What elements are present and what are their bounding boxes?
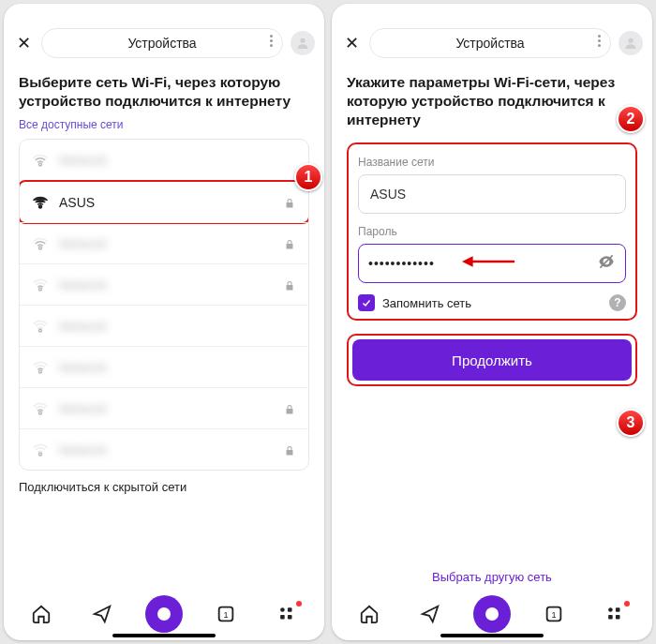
network-row[interactable]: Network [20,428,308,470]
hidden-network-link[interactable]: Подключиться к скрытой сети [19,471,309,494]
page-title: Устройства [41,28,283,58]
svg-rect-6 [288,615,292,620]
home-icon[interactable] [352,597,386,631]
tabs-icon[interactable]: 1 [537,597,571,631]
network-name: ASUS [59,195,275,210]
continue-highlight: Продолжить [347,334,637,386]
tabs-icon[interactable]: 1 [209,597,243,631]
svg-rect-14 [616,607,620,612]
network-row[interactable]: Network [20,263,308,305]
lock-icon [284,402,297,415]
continue-button[interactable]: Продолжить [352,339,632,381]
help-icon[interactable]: ? [609,294,626,311]
password-input[interactable]: •••••••••••• [358,244,626,283]
wifi-icon [31,317,50,336]
wifi-form: Название сети ASUS Пароль •••••••••••• З… [347,142,637,321]
lock-icon [284,237,297,250]
svg-rect-16 [616,615,620,620]
remember-row: Запомнить сеть ? [358,294,626,311]
page-title: Устройства [369,28,611,58]
choose-other-link[interactable]: Выбрать другую сеть [347,570,637,592]
screen-select-network: ✕ Устройства Выберите сеть Wi-Fi, через … [4,4,324,640]
network-row[interactable]: Network [20,387,308,428]
content: Укажите параметры Wi-Fi-сети, через кото… [332,67,652,592]
network-row[interactable]: Network [20,222,308,263]
statusbar [332,4,652,21]
title-text: Устройства [455,36,524,51]
network-name: Network [59,360,297,375]
screen-network-params: ✕ Устройства Укажите параметры Wi-Fi-сет… [332,4,652,640]
annotation-badge-2: 2 [617,105,645,133]
notification-dot [296,601,302,607]
header: ✕ Устройства [332,21,652,67]
alice-icon[interactable] [145,595,183,633]
svg-rect-15 [608,615,613,620]
network-list: Network ASUS Network Network Network Net… [19,139,309,471]
arrow-annotation [462,253,516,274]
network-name: Network [59,319,297,334]
statusbar [4,4,324,21]
ssid-label: Название сети [358,156,626,169]
svg-rect-5 [280,615,285,620]
close-icon[interactable]: ✕ [341,33,362,53]
wifi-icon [31,151,50,170]
password-value: •••••••••••• [368,256,435,271]
network-row[interactable]: Network [20,346,308,387]
network-name: Network [59,401,275,416]
home-indicator [440,634,544,637]
avatar[interactable] [619,31,643,55]
network-name: Network [59,153,297,168]
network-name: Network [59,236,275,251]
alice-icon[interactable] [473,595,511,633]
svg-marker-9 [462,257,473,268]
svg-point-3 [280,607,285,612]
title-text: Устройства [127,36,196,51]
content: Выберите сеть Wi-Fi, через которую устро… [4,67,324,592]
svg-point-7 [628,38,633,43]
svg-rect-4 [288,607,292,612]
heading: Укажите параметры Wi-Fi-сети, через кото… [347,73,637,129]
svg-point-0 [300,38,305,43]
lock-icon [284,196,297,209]
home-indicator [112,634,216,637]
network-name: Network [59,442,275,457]
subheading: Все доступные сети [19,118,309,131]
annotation-badge-3: 3 [617,409,645,437]
send-icon[interactable] [85,597,119,631]
ssid-input[interactable]: ASUS [358,174,626,214]
more-icon[interactable] [270,35,273,47]
remember-checkbox[interactable] [358,294,375,311]
lock-icon [284,278,297,292]
password-label: Пароль [358,225,626,238]
network-row[interactable]: Network [20,305,308,346]
svg-text:1: 1 [224,610,229,620]
network-row[interactable]: ASUS [20,181,308,222]
wifi-icon [31,358,50,377]
apps-icon[interactable] [598,597,632,631]
svg-text:1: 1 [552,610,557,620]
svg-point-13 [608,607,613,612]
home-icon[interactable] [24,597,58,631]
send-icon[interactable] [413,597,447,631]
heading: Выберите сеть Wi-Fi, через которую устро… [19,73,309,111]
wifi-icon [31,193,50,212]
network-row[interactable]: Network [20,140,308,181]
remember-label: Запомнить сеть [382,296,602,310]
lock-icon [284,443,297,457]
close-icon[interactable]: ✕ [13,33,34,53]
wifi-icon [31,399,50,418]
avatar[interactable] [291,31,315,55]
more-icon[interactable] [598,35,601,47]
network-name: Network [59,277,275,292]
wifi-icon [31,441,50,459]
annotation-badge-1: 1 [294,163,322,191]
wifi-icon [31,276,50,294]
apps-icon[interactable] [270,597,304,631]
wifi-icon [31,234,50,253]
eye-off-icon[interactable] [597,252,616,275]
header: ✕ Устройства [4,21,324,67]
notification-dot [624,601,630,607]
